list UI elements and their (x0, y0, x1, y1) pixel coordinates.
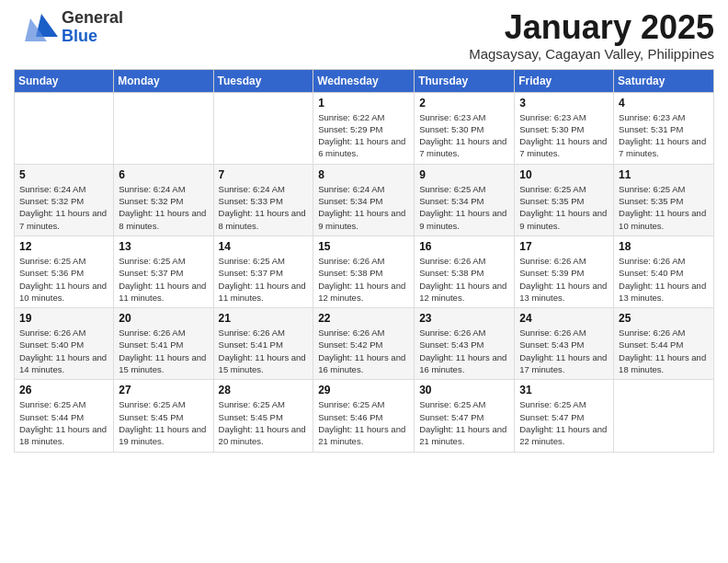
day-number: 14 (219, 240, 309, 253)
day-number: 15 (318, 240, 409, 253)
day-number: 19 (19, 312, 108, 325)
day-number: 25 (619, 312, 709, 325)
day-info: Sunrise: 6:24 AM Sunset: 5:33 PM Dayligh… (219, 183, 309, 232)
week-row-3: 12Sunrise: 6:25 AM Sunset: 5:36 PM Dayli… (15, 236, 714, 307)
week-row-5: 26Sunrise: 6:25 AM Sunset: 5:44 PM Dayli… (15, 380, 714, 452)
day-number: 3 (519, 97, 609, 109)
calendar-cell: 5Sunrise: 6:24 AM Sunset: 5:32 PM Daylig… (15, 164, 114, 236)
calendar-cell: 25Sunrise: 6:26 AM Sunset: 5:44 PM Dayli… (614, 308, 714, 380)
day-number: 22 (318, 312, 409, 325)
day-info: Sunrise: 6:26 AM Sunset: 5:38 PM Dayligh… (318, 255, 409, 304)
day-info: Sunrise: 6:25 AM Sunset: 5:37 PM Dayligh… (219, 255, 309, 304)
day-info: Sunrise: 6:25 AM Sunset: 5:44 PM Dayligh… (19, 398, 108, 447)
day-number: 27 (119, 384, 208, 396)
day-info: Sunrise: 6:24 AM Sunset: 5:32 PM Dayligh… (19, 183, 108, 232)
day-number: 18 (619, 240, 709, 253)
day-header-thursday: Thursday (415, 69, 515, 92)
day-header-friday: Friday (515, 69, 614, 92)
week-row-4: 19Sunrise: 6:26 AM Sunset: 5:40 PM Dayli… (15, 308, 714, 380)
calendar-cell: 19Sunrise: 6:26 AM Sunset: 5:40 PM Dayli… (15, 308, 114, 380)
day-info: Sunrise: 6:25 AM Sunset: 5:47 PM Dayligh… (519, 398, 609, 447)
day-info: Sunrise: 6:24 AM Sunset: 5:34 PM Dayligh… (318, 183, 409, 232)
calendar-cell: 1Sunrise: 6:22 AM Sunset: 5:29 PM Daylig… (313, 92, 415, 164)
day-header-sunday: Sunday (15, 69, 114, 92)
logo-icon (14, 9, 58, 46)
day-number: 6 (119, 168, 208, 181)
day-info: Sunrise: 6:25 AM Sunset: 5:35 PM Dayligh… (619, 183, 709, 232)
calendar-cell (614, 380, 714, 452)
day-info: Sunrise: 6:26 AM Sunset: 5:44 PM Dayligh… (619, 327, 709, 375)
day-number: 13 (119, 240, 208, 253)
week-row-1: 1Sunrise: 6:22 AM Sunset: 5:29 PM Daylig… (15, 92, 714, 164)
calendar-cell: 18Sunrise: 6:26 AM Sunset: 5:40 PM Dayli… (614, 236, 714, 307)
day-number: 5 (19, 168, 108, 181)
calendar-cell: 13Sunrise: 6:25 AM Sunset: 5:37 PM Dayli… (114, 236, 213, 307)
calendar-cell: 16Sunrise: 6:26 AM Sunset: 5:38 PM Dayli… (415, 236, 515, 307)
calendar-cell: 28Sunrise: 6:25 AM Sunset: 5:45 PM Dayli… (213, 380, 313, 452)
calendar-cell: 26Sunrise: 6:25 AM Sunset: 5:44 PM Dayli… (15, 380, 114, 452)
day-info: Sunrise: 6:26 AM Sunset: 5:41 PM Dayligh… (119, 327, 208, 375)
calendar-cell: 15Sunrise: 6:26 AM Sunset: 5:38 PM Dayli… (313, 236, 415, 307)
day-info: Sunrise: 6:23 AM Sunset: 5:31 PM Dayligh… (619, 111, 709, 160)
calendar-cell: 21Sunrise: 6:26 AM Sunset: 5:41 PM Dayli… (213, 308, 313, 380)
day-number: 16 (419, 240, 509, 253)
day-number: 11 (619, 168, 709, 181)
calendar-table: SundayMondayTuesdayWednesdayThursdayFrid… (14, 69, 714, 453)
calendar-cell: 29Sunrise: 6:25 AM Sunset: 5:46 PM Dayli… (313, 380, 415, 452)
day-number: 31 (519, 384, 609, 396)
calendar-cell: 3Sunrise: 6:23 AM Sunset: 5:30 PM Daylig… (515, 92, 614, 164)
day-header-wednesday: Wednesday (313, 69, 415, 92)
day-header-saturday: Saturday (614, 69, 714, 92)
day-info: Sunrise: 6:25 AM Sunset: 5:35 PM Dayligh… (519, 183, 609, 232)
calendar-cell: 4Sunrise: 6:23 AM Sunset: 5:31 PM Daylig… (614, 92, 714, 164)
location-subtitle: Magsaysay, Cagayan Valley, Philippines (469, 46, 714, 62)
calendar-cell: 14Sunrise: 6:25 AM Sunset: 5:37 PM Dayli… (213, 236, 313, 307)
calendar-cell: 12Sunrise: 6:25 AM Sunset: 5:36 PM Dayli… (15, 236, 114, 307)
day-info: Sunrise: 6:25 AM Sunset: 5:45 PM Dayligh… (219, 398, 309, 447)
calendar-cell: 20Sunrise: 6:26 AM Sunset: 5:41 PM Dayli… (114, 308, 213, 380)
day-number: 12 (19, 240, 108, 253)
day-header-tuesday: Tuesday (213, 69, 313, 92)
week-row-2: 5Sunrise: 6:24 AM Sunset: 5:32 PM Daylig… (15, 164, 714, 236)
day-info: Sunrise: 6:22 AM Sunset: 5:29 PM Dayligh… (318, 111, 409, 160)
logo-blue: Blue (62, 28, 123, 46)
day-number: 8 (318, 168, 409, 181)
page-header: General Blue January 2025 Magsaysay, Cag… (14, 9, 714, 62)
calendar-cell (15, 92, 114, 164)
day-header-monday: Monday (114, 69, 213, 92)
calendar-cell: 6Sunrise: 6:24 AM Sunset: 5:32 PM Daylig… (114, 164, 213, 236)
day-info: Sunrise: 6:24 AM Sunset: 5:32 PM Dayligh… (119, 183, 208, 232)
calendar-cell: 27Sunrise: 6:25 AM Sunset: 5:45 PM Dayli… (114, 380, 213, 452)
day-number: 24 (519, 312, 609, 325)
day-number: 10 (519, 168, 609, 181)
day-number: 2 (419, 97, 509, 109)
calendar-cell (213, 92, 313, 164)
day-number: 4 (619, 97, 709, 109)
day-number: 30 (419, 384, 509, 396)
day-number: 17 (519, 240, 609, 253)
calendar-header-row: SundayMondayTuesdayWednesdayThursdayFrid… (15, 69, 714, 92)
calendar-cell: 8Sunrise: 6:24 AM Sunset: 5:34 PM Daylig… (313, 164, 415, 236)
day-info: Sunrise: 6:25 AM Sunset: 5:47 PM Dayligh… (419, 398, 509, 447)
calendar-cell: 7Sunrise: 6:24 AM Sunset: 5:33 PM Daylig… (213, 164, 313, 236)
calendar-cell: 9Sunrise: 6:25 AM Sunset: 5:34 PM Daylig… (415, 164, 515, 236)
calendar-cell: 2Sunrise: 6:23 AM Sunset: 5:30 PM Daylig… (415, 92, 515, 164)
day-number: 7 (219, 168, 309, 181)
day-info: Sunrise: 6:26 AM Sunset: 5:38 PM Dayligh… (419, 255, 509, 304)
day-info: Sunrise: 6:25 AM Sunset: 5:46 PM Dayligh… (318, 398, 409, 447)
calendar-cell: 23Sunrise: 6:26 AM Sunset: 5:43 PM Dayli… (415, 308, 515, 380)
day-info: Sunrise: 6:26 AM Sunset: 5:39 PM Dayligh… (519, 255, 609, 304)
calendar-cell: 31Sunrise: 6:25 AM Sunset: 5:47 PM Dayli… (515, 380, 614, 452)
day-info: Sunrise: 6:26 AM Sunset: 5:41 PM Dayligh… (219, 327, 309, 375)
day-number: 23 (419, 312, 509, 325)
calendar-cell: 30Sunrise: 6:25 AM Sunset: 5:47 PM Dayli… (415, 380, 515, 452)
day-number: 26 (19, 384, 108, 396)
day-info: Sunrise: 6:26 AM Sunset: 5:42 PM Dayligh… (318, 327, 409, 375)
logo-text: General Blue (62, 9, 123, 46)
calendar-cell: 17Sunrise: 6:26 AM Sunset: 5:39 PM Dayli… (515, 236, 614, 307)
calendar-cell: 11Sunrise: 6:25 AM Sunset: 5:35 PM Dayli… (614, 164, 714, 236)
calendar-cell: 24Sunrise: 6:26 AM Sunset: 5:43 PM Dayli… (515, 308, 614, 380)
day-number: 1 (318, 97, 409, 109)
calendar-cell: 22Sunrise: 6:26 AM Sunset: 5:42 PM Dayli… (313, 308, 415, 380)
logo-general: General (62, 9, 123, 28)
